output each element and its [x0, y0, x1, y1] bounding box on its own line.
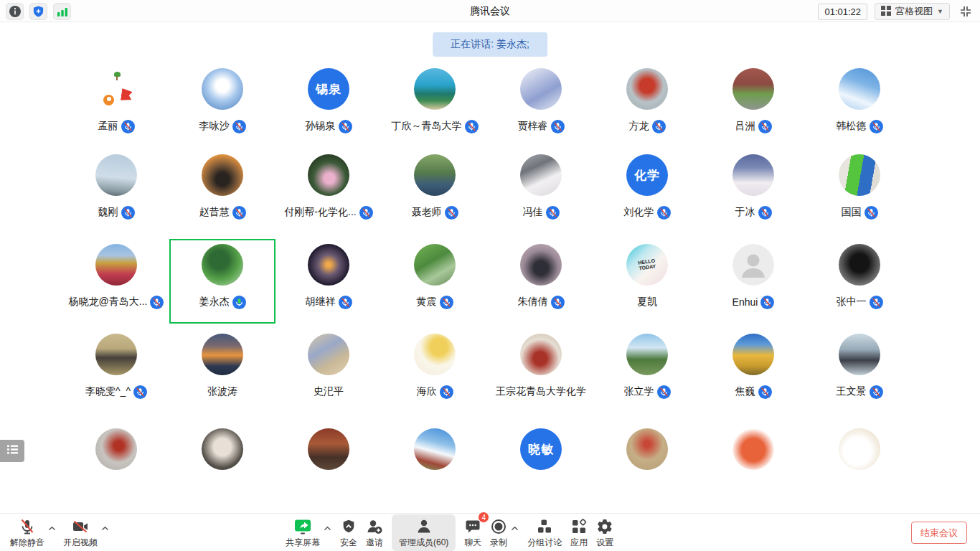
participant-avatar [732, 428, 774, 470]
participant-avatar: 晓敏 [520, 428, 562, 470]
toolbar-button-label: 开启视频 [63, 537, 98, 549]
participant-tile[interactable] [700, 423, 806, 475]
participant-name: 张波涛 [207, 385, 237, 398]
participant-avatar [414, 428, 456, 470]
invite-person-icon [366, 517, 383, 535]
participant-tile[interactable]: 李晓雯^_^ [63, 329, 169, 413]
toolbar-button-invite-person[interactable]: 邀请 [366, 517, 383, 549]
toolbar-button-breakout-squares[interactable]: 分组讨论 [527, 517, 562, 549]
toolbar-button-mic-off[interactable]: 解除静音 [10, 517, 44, 549]
toolbar-button-label: 共享屏幕 [286, 537, 320, 549]
mic-muted-icon [121, 120, 135, 133]
participant-tile[interactable]: 朱倩倩 [488, 239, 594, 324]
participant-tile[interactable]: 于冰 [700, 149, 806, 234]
participant-tile[interactable]: 史汜平 [275, 329, 382, 413]
apps-squares-icon [570, 517, 588, 535]
participant-tile[interactable]: 孟丽 [63, 63, 169, 148]
mic-muted-icon [657, 206, 671, 220]
participant-tile[interactable] [169, 423, 275, 475]
participant-tile[interactable]: 杨晓龙@青岛大... [63, 239, 169, 324]
participant-avatar [732, 154, 774, 196]
record-circle-icon [490, 517, 507, 535]
toolbar-button-label: 解除静音 [10, 537, 44, 549]
participant-tile[interactable]: 海欣 [382, 329, 488, 413]
participant-tile[interactable] [382, 423, 488, 475]
participant-tile[interactable]: 李咏沙 [169, 63, 275, 148]
participant-name: 方龙 [629, 120, 649, 133]
participant-name: 韩松德 [837, 120, 867, 133]
mic-muted-icon [551, 296, 565, 309]
participant-tile[interactable]: 吕洲 [700, 63, 806, 148]
participant-tile[interactable]: 付刚帮-化学化... [275, 149, 382, 234]
participant-tile[interactable] [63, 423, 169, 475]
participant-name: 于冰 [735, 206, 755, 219]
chevron-up-icon[interactable] [511, 526, 519, 531]
participant-tile[interactable]: 国国 [806, 149, 913, 234]
chevron-up-icon[interactable] [101, 526, 109, 531]
member-list-toggle[interactable] [0, 440, 24, 462]
toolbar-button-chat-bubble[interactable]: 4聊天 [464, 517, 481, 549]
participant-tile[interactable]: 锡泉孙锡泉 [275, 63, 382, 148]
participant-tile[interactable]: 贾梓睿 [488, 63, 594, 148]
participant-avatar [95, 428, 137, 470]
toolbar-center-group: 共享屏幕安全邀请管理成员(60)4聊天录制分组讨论应用设置 [286, 514, 613, 551]
participant-tile[interactable]: 丁欣～青岛大学 [382, 63, 488, 148]
participant-avatar [95, 154, 137, 196]
participant-name: 张立学 [624, 385, 654, 398]
participant-avatar [308, 154, 349, 196]
toolbar-button-camera-off[interactable]: 开启视频 [63, 517, 98, 549]
participant-avatar [626, 68, 668, 110]
avatar-text: 化学 [634, 167, 660, 184]
mic-muted-icon [359, 206, 373, 220]
collapse-view-button[interactable] [957, 3, 974, 20]
participant-name: 魏刚 [98, 206, 118, 219]
toolbar-button-security-shield[interactable]: 安全 [340, 517, 357, 549]
participant-tile[interactable]: 黄震 [382, 239, 488, 324]
participant-tile[interactable]: 冯佳 [488, 149, 594, 234]
participant-tile[interactable]: 张中一 [806, 239, 913, 324]
toolbar-button-screen-share[interactable]: 共享屏幕 [286, 517, 320, 549]
participant-name: 孟丽 [98, 120, 118, 133]
participant-avatar [414, 68, 456, 110]
participant-tile[interactable]: 聂老师 [382, 149, 488, 234]
participant-name: 丁欣～青岛大学 [392, 120, 462, 133]
participant-avatar [839, 154, 880, 196]
participant-avatar [732, 68, 774, 110]
participant-tile[interactable]: 方龙 [594, 63, 700, 148]
participant-avatar [626, 334, 668, 375]
mic-muted-icon [870, 296, 883, 309]
participant-tile[interactable]: 赵昔慧 [169, 149, 275, 234]
participant-name: 李咏沙 [199, 120, 230, 133]
participant-tile[interactable]: Enhui [700, 239, 806, 324]
toolbar-button-members-person[interactable]: 管理成员(60) [392, 514, 456, 551]
participant-tile[interactable]: 化学刘化学 [594, 149, 700, 234]
participant-tile[interactable]: 胡继祥 [275, 239, 382, 324]
participant-tile[interactable]: 王宗花青岛大学化学 [488, 329, 594, 413]
end-meeting-button[interactable]: 结束会议 [911, 522, 967, 544]
toolbar-button-record-circle[interactable]: 录制 [490, 517, 507, 549]
participant-tile[interactable]: 魏刚 [63, 149, 169, 234]
participant-tile[interactable]: 韩松德 [806, 63, 913, 148]
participant-name: 史汜平 [314, 385, 344, 398]
settings-gear-icon [596, 517, 613, 535]
participant-tile[interactable]: 焦巍 [700, 329, 806, 413]
participant-tile[interactable]: 张立学 [594, 329, 700, 413]
participant-tile[interactable]: 张波涛 [169, 329, 275, 413]
participant-tile[interactable]: 姜永杰 [169, 239, 275, 324]
view-mode-selector[interactable]: 宫格视图 ▼ [875, 3, 950, 20]
participant-tile[interactable] [275, 423, 382, 475]
participant-tile[interactable] [806, 423, 913, 475]
participant-avatar: HELLO TODAY [626, 244, 668, 286]
mic-muted-icon [758, 120, 772, 133]
participant-tile[interactable] [594, 423, 700, 475]
participant-tile[interactable]: HELLO TODAY夏凯 [594, 239, 700, 324]
mic-off-icon [19, 517, 36, 535]
chevron-up-icon[interactable] [324, 526, 331, 531]
chevron-up-icon[interactable] [48, 526, 56, 531]
toolbar-button-apps-squares[interactable]: 应用 [570, 517, 588, 549]
toolbar-button-settings-gear[interactable]: 设置 [596, 517, 613, 549]
participant-name: 姜永杰 [199, 296, 230, 309]
participant-avatar [202, 334, 243, 375]
participant-tile[interactable]: 晓敏 [488, 423, 594, 475]
participant-tile[interactable]: 王文景 [806, 329, 913, 413]
